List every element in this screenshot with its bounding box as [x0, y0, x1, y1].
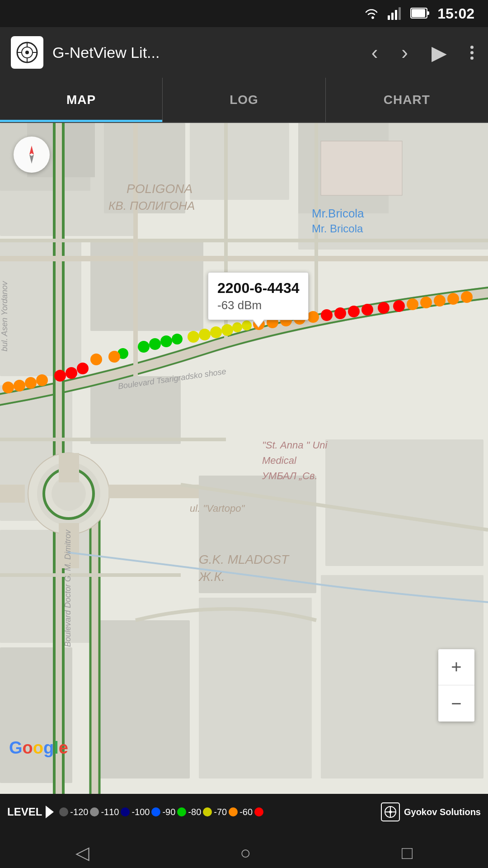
svg-rect-18	[104, 123, 185, 213]
legend-item-red	[254, 807, 265, 816]
signal-dot	[149, 338, 161, 350]
google-logo: Google	[9, 738, 68, 758]
signal-dot	[90, 354, 102, 365]
signal-dot	[188, 331, 199, 343]
signal-dot	[160, 335, 172, 347]
tab-bar: MAP LOG CHART	[0, 78, 488, 123]
app-bar-actions: ‹ › ▶	[368, 38, 477, 68]
zoom-controls: + −	[438, 649, 474, 722]
legend-dot-120	[59, 807, 68, 816]
svg-rect-25	[90, 241, 203, 331]
svg-rect-34	[325, 439, 483, 566]
legend-item-100: -100	[121, 807, 150, 817]
gyokov-logo: Gyokov Solutions	[380, 802, 481, 822]
legend-item-80: -80	[177, 807, 201, 817]
svg-rect-42	[59, 523, 79, 568]
svg-rect-0	[388, 15, 390, 20]
play-button[interactable]: ▶	[428, 38, 450, 68]
signal-dot	[434, 295, 446, 307]
legend-item-60: -60	[229, 807, 253, 817]
signal-dot	[54, 370, 66, 382]
signal-dot	[420, 297, 432, 308]
svg-rect-6	[412, 9, 425, 17]
legend-items: -120 -110 -100 -90 -80 -70 -60	[59, 807, 380, 817]
signal-dot	[221, 324, 233, 336]
tab-chart[interactable]: CHART	[326, 78, 488, 122]
signal-dot	[334, 307, 346, 319]
svg-rect-41	[59, 453, 79, 482]
more-button[interactable]	[467, 42, 477, 63]
legend-dot-100	[121, 807, 130, 816]
signal-dot	[108, 351, 120, 363]
signal-dot	[77, 363, 89, 374]
compass	[14, 137, 50, 173]
tooltip-title: 2200-6-4434	[217, 280, 299, 297]
forward-button[interactable]: ›	[398, 38, 412, 67]
tab-log[interactable]: LOG	[163, 78, 325, 122]
back-button[interactable]: ‹	[368, 38, 382, 67]
status-bar: 15:02	[0, 0, 488, 27]
svg-rect-22	[321, 141, 402, 195]
legend-dot-90	[151, 807, 160, 816]
legend-dot-red	[254, 807, 263, 816]
status-icons: 15:02	[363, 5, 474, 22]
tab-map[interactable]: MAP	[0, 78, 163, 122]
signal-dot	[407, 298, 418, 310]
signal-dot	[378, 302, 389, 314]
zoom-in-button[interactable]: +	[438, 649, 474, 685]
legend-item-90: -90	[151, 807, 175, 817]
signal-dot	[307, 311, 319, 323]
app-title: G-NetView Lit...	[52, 44, 359, 61]
app-bar: G-NetView Lit... ‹ › ▶	[0, 27, 488, 78]
app-logo	[11, 36, 43, 69]
signal-dot	[138, 341, 150, 353]
nav-back-button[interactable]: ◁	[57, 838, 108, 868]
map-tooltip: 2200-6-4434 -63 dBm	[208, 272, 309, 320]
signal-dot	[321, 309, 333, 321]
svg-rect-19	[190, 123, 289, 200]
svg-rect-5	[427, 11, 429, 15]
tooltip-value: -63 dBm	[217, 298, 299, 312]
signal-icon	[387, 5, 403, 22]
signal-dot	[25, 377, 37, 389]
nav-home-button[interactable]: ○	[222, 838, 269, 868]
map-container[interactable]: POLIGONA КВ. ПОЛИГОНА Mr.Bricola Mr. Bri…	[0, 123, 488, 794]
svg-marker-51	[29, 146, 34, 155]
nav-recent-button[interactable]: □	[384, 838, 431, 868]
svg-rect-39	[0, 485, 25, 503]
signal-dot	[232, 322, 242, 332]
legend-dot-70	[203, 807, 212, 816]
svg-rect-30	[90, 620, 190, 778]
status-time: 15:02	[437, 5, 474, 22]
legend-dot-80	[177, 807, 186, 816]
dot2	[470, 51, 474, 54]
signal-dot	[14, 380, 25, 392]
nav-bar: ◁ ○ □	[0, 830, 488, 868]
svg-point-57	[389, 811, 392, 813]
dot3	[470, 57, 474, 60]
svg-rect-1	[391, 13, 394, 20]
wifi-icon	[363, 5, 380, 22]
legend-item-120: -120	[59, 807, 88, 817]
gyokov-icon	[380, 802, 400, 822]
svg-rect-3	[399, 7, 401, 20]
legend-dot-60	[229, 807, 238, 816]
map-background	[0, 123, 488, 794]
signal-dot	[36, 374, 48, 386]
signal-dot	[393, 300, 405, 312]
signal-dot	[461, 291, 473, 303]
svg-marker-52	[29, 155, 34, 164]
zoom-out-button[interactable]: −	[438, 685, 474, 722]
legend-dot-110	[90, 807, 99, 816]
svg-rect-31	[199, 598, 312, 778]
signal-dot	[66, 367, 77, 379]
legend-triangle	[46, 806, 54, 818]
svg-rect-27	[90, 376, 181, 444]
legend-level: LEVEL	[7, 806, 54, 818]
legend-item-70: -70	[203, 807, 227, 817]
signal-dot	[2, 382, 14, 393]
signal-dot	[447, 293, 459, 305]
signal-dot	[210, 326, 222, 338]
gyokov-brand: Gyokov Solutions	[404, 807, 481, 817]
signal-dot	[242, 321, 252, 330]
